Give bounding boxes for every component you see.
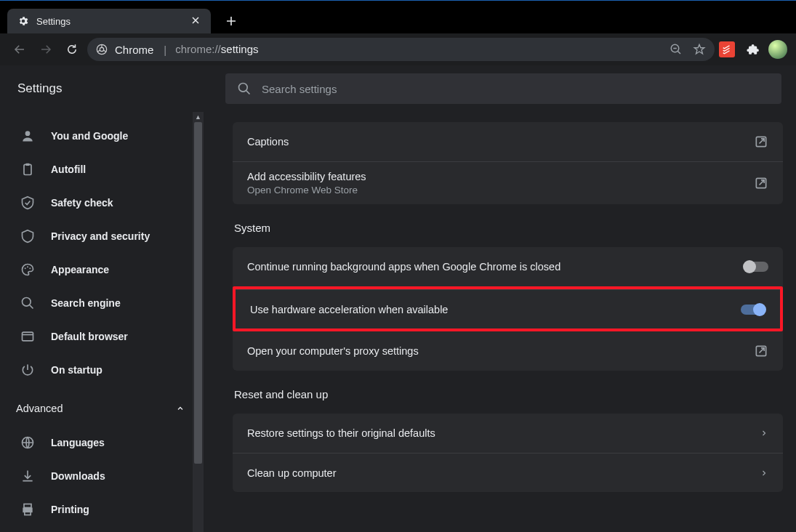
row-label: Restore settings to their original defau… — [247, 427, 435, 439]
sidebar-item-default-browser[interactable]: Default browser — [0, 320, 204, 353]
row-hardware-acceleration[interactable]: Use hardware acceleration when available — [236, 289, 780, 329]
row-label: Clean up computer — [247, 467, 337, 479]
omnibox-chip: Chrome — [115, 44, 153, 56]
search-icon — [237, 81, 252, 96]
row-captions[interactable]: Captions — [233, 122, 783, 161]
person-icon — [20, 129, 35, 143]
sidebar-item-appearance[interactable]: Appearance — [0, 253, 204, 286]
system-card: Continue running background apps when Go… — [233, 247, 783, 371]
page-title: Settings — [0, 81, 225, 96]
sidebar-item-label: Appearance — [51, 264, 109, 275]
sidebar-item-label: Languages — [51, 437, 105, 448]
sidebar-item-label: Printing — [51, 504, 89, 515]
external-link-icon — [754, 176, 768, 190]
sidebar-item-search-engine[interactable]: Search engine — [0, 286, 204, 320]
browser-icon — [20, 329, 35, 344]
settings-main: Captions Add accessibility features Open… — [204, 112, 796, 532]
row-add-accessibility[interactable]: Add accessibility features Open Chrome W… — [233, 161, 783, 204]
row-label: Continue running background apps when Go… — [247, 261, 560, 273]
gear-icon — [17, 15, 29, 27]
svg-point-11 — [23, 298, 31, 307]
chevron-right-icon — [760, 469, 768, 477]
browser-toolbar: Chrome | chrome://settings — [0, 33, 796, 65]
row-proxy-settings[interactable]: Open your computer's proxy settings — [233, 331, 783, 371]
external-link-icon — [754, 344, 768, 358]
extension-todoist-icon[interactable] — [719, 41, 735, 57]
omnibox[interactable]: Chrome | chrome://settings — [87, 38, 715, 61]
scrollbar-thumb[interactable] — [194, 122, 202, 464]
bookmark-star-icon[interactable] — [693, 43, 706, 56]
svg-rect-12 — [23, 332, 33, 341]
palette-icon — [20, 262, 35, 277]
external-link-icon — [754, 134, 768, 149]
shield-icon — [20, 229, 35, 243]
section-title-system: System — [234, 222, 783, 234]
svg-rect-7 — [26, 164, 30, 166]
sidebar-item-printing[interactable]: Printing — [0, 493, 204, 526]
chevron-up-icon — [176, 404, 185, 413]
clipboard-icon — [20, 162, 35, 177]
chevron-right-icon — [760, 429, 768, 438]
extensions-menu-icon[interactable] — [747, 43, 760, 56]
verified-icon — [20, 196, 35, 210]
svg-rect-14 — [24, 504, 31, 508]
print-icon — [20, 502, 35, 517]
section-title-reset: Reset and clean up — [234, 388, 783, 400]
new-tab-button[interactable] — [221, 11, 241, 31]
power-icon — [20, 363, 35, 377]
sidebar-item-label: Privacy and security — [51, 230, 150, 242]
row-label: Add accessibility features — [247, 171, 366, 182]
omnibox-url-path: settings — [221, 43, 259, 55]
omnibox-separator: | — [164, 44, 166, 56]
svg-point-4 — [239, 84, 248, 92]
sidebar-scrollbar[interactable]: ▲ — [193, 112, 204, 532]
tab-title: Settings — [36, 16, 183, 27]
profile-avatar[interactable] — [768, 40, 787, 59]
accessibility-card: Captions Add accessibility features Open… — [233, 122, 783, 204]
scroll-up-arrow-icon[interactable]: ▲ — [193, 112, 204, 122]
row-clean-up-computer[interactable]: Clean up computer — [233, 453, 783, 492]
sidebar-item-privacy[interactable]: Privacy and security — [0, 219, 204, 253]
highlight-frame: Use hardware acceleration when available — [233, 286, 783, 331]
svg-point-10 — [29, 267, 31, 269]
sidebar-item-label: Search engine — [51, 297, 121, 309]
settings-header: Settings — [0, 65, 796, 112]
toggle-hardware-acceleration[interactable] — [741, 305, 765, 315]
chrome-logo-icon — [96, 44, 108, 55]
sidebar-item-on-startup[interactable]: On startup — [0, 353, 204, 387]
forward-button[interactable] — [35, 39, 57, 60]
row-label: Captions — [247, 136, 289, 148]
svg-point-8 — [25, 267, 26, 269]
sidebar-item-languages[interactable]: Languages — [0, 426, 204, 459]
back-button[interactable] — [9, 39, 31, 60]
sidebar-item-autofill[interactable]: Autofill — [0, 153, 204, 186]
sidebar-item-downloads[interactable]: Downloads — [0, 459, 204, 493]
download-icon — [20, 469, 35, 483]
row-restore-defaults[interactable]: Restore settings to their original defau… — [233, 414, 783, 453]
omnibox-url-scheme: chrome:// — [175, 43, 221, 55]
sidebar-item-safety-check[interactable]: Safety check — [0, 186, 204, 219]
settings-search[interactable] — [225, 73, 781, 104]
settings-search-input[interactable] — [262, 83, 770, 95]
svg-rect-6 — [24, 164, 31, 174]
row-label: Use hardware acceleration when available — [250, 304, 448, 315]
svg-point-5 — [25, 131, 31, 136]
row-background-apps[interactable]: Continue running background apps when Go… — [233, 247, 783, 286]
sidebar-section-label: Advanced — [16, 403, 63, 414]
sidebar-item-label: Downloads — [51, 470, 105, 482]
row-sublabel: Open Chrome Web Store — [247, 185, 366, 196]
sidebar-item-label: Default browser — [51, 331, 128, 342]
toggle-background-apps[interactable] — [744, 262, 768, 272]
zoom-icon[interactable] — [670, 43, 683, 56]
search-icon — [20, 296, 35, 310]
close-tab-icon[interactable] — [190, 15, 202, 27]
globe-icon — [20, 435, 35, 450]
sidebar-item-label: Autofill — [51, 164, 86, 175]
row-label: Open your computer's proxy settings — [247, 345, 419, 357]
reload-button[interactable] — [61, 39, 83, 60]
sidebar-item-you-and-google[interactable]: You and Google — [0, 119, 204, 153]
sidebar-item-label: On startup — [51, 364, 102, 376]
sidebar-section-advanced[interactable]: Advanced — [0, 391, 204, 426]
browser-tab-settings[interactable]: Settings — [7, 9, 211, 33]
settings-sidebar: You and Google Autofill Safety check Pri… — [0, 119, 204, 532]
